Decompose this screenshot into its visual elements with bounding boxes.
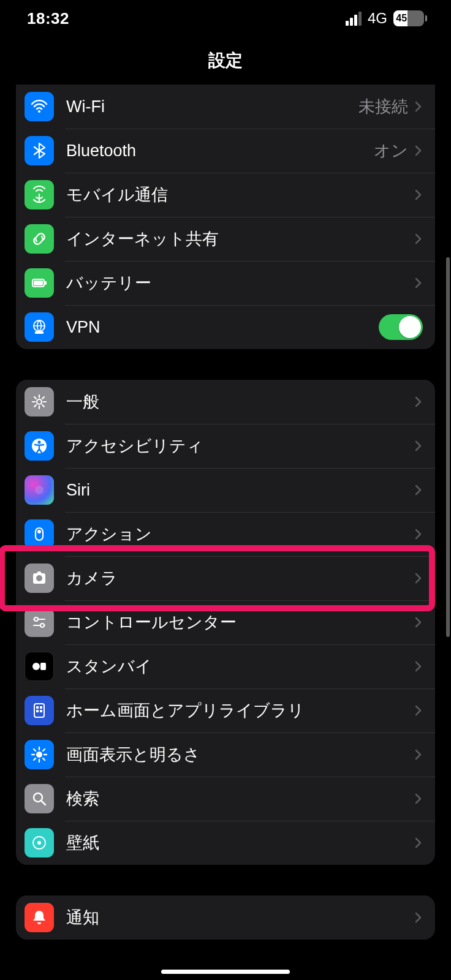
settings-row-wifi[interactable]: Wi-Fi未接続 — [16, 85, 435, 129]
settings-row-control-center[interactable]: コントロールセンター — [16, 600, 435, 644]
settings-row-accessibility[interactable]: アクセシビリティ — [16, 424, 435, 468]
chevron-right-icon — [414, 233, 423, 245]
settings-row-battery[interactable]: バッテリー — [16, 261, 435, 305]
settings-row-home-screen[interactable]: ホーム画面とアプリライブラリ — [16, 688, 435, 733]
globe-icon — [25, 312, 54, 342]
network-type: 4G — [368, 10, 387, 27]
chevron-right-icon — [414, 440, 423, 452]
battery-percent: 45 — [393, 13, 407, 24]
settings-row-camera[interactable]: カメラ — [16, 556, 435, 600]
row-label: スタンバイ — [66, 655, 414, 677]
action-icon — [25, 519, 54, 549]
home-icon — [25, 696, 54, 725]
row-label: コントロールセンター — [66, 611, 414, 633]
bell-icon — [25, 903, 54, 932]
chevron-right-icon — [414, 837, 423, 849]
row-label: 画面表示と明るさ — [66, 744, 414, 766]
standby-icon — [25, 652, 54, 681]
row-label: 検索 — [66, 788, 414, 810]
settings-section-connectivity: Wi-Fi未接続Bluetoothオンモバイル通信インターネット共有バッテリーV… — [16, 85, 435, 349]
antenna-icon — [25, 180, 54, 209]
settings-row-cellular[interactable]: モバイル通信 — [16, 173, 435, 217]
page-title: 設定 — [0, 37, 451, 89]
chevron-right-icon — [414, 145, 423, 157]
settings-row-notifications[interactable]: 通知 — [16, 895, 435, 940]
chevron-right-icon — [414, 528, 423, 540]
row-label: Wi-Fi — [66, 97, 358, 116]
camera-icon — [25, 564, 54, 593]
row-label: 壁紙 — [66, 832, 414, 854]
status-time: 18:32 — [27, 9, 69, 28]
brightness-icon — [25, 740, 54, 769]
accessibility-icon — [25, 431, 54, 461]
row-label: Siri — [66, 481, 414, 500]
siri-icon — [25, 475, 54, 505]
scroll-indicator[interactable] — [446, 257, 450, 637]
search-icon — [25, 784, 54, 813]
chevron-right-icon — [414, 484, 423, 496]
row-label: アクセシビリティ — [66, 435, 414, 457]
settings-row-bluetooth[interactable]: Bluetoothオン — [16, 129, 435, 173]
settings-section-system: 一般アクセシビリティSiriアクションカメラコントロールセンタースタンバイホーム… — [16, 380, 435, 865]
battery-icon: 45 — [393, 10, 424, 26]
row-label: アクション — [66, 523, 414, 545]
settings-row-display[interactable]: 画面表示と明るさ — [16, 733, 435, 777]
signal-icon — [346, 12, 362, 26]
chevron-right-icon — [414, 396, 423, 408]
settings-list[interactable]: Wi-Fi未接続Bluetoothオンモバイル通信インターネット共有バッテリーV… — [0, 85, 451, 940]
chevron-right-icon — [414, 748, 423, 761]
status-bar: 18:32 4G 45 — [0, 0, 451, 37]
wifi-icon — [25, 92, 54, 121]
battery-icon — [25, 268, 54, 298]
settings-section-notifications: 通知 — [16, 895, 435, 940]
settings-row-general[interactable]: 一般 — [16, 380, 435, 424]
settings-row-hotspot[interactable]: インターネット共有 — [16, 217, 435, 261]
chevron-right-icon — [414, 572, 423, 584]
chevron-right-icon — [414, 911, 423, 924]
settings-row-siri[interactable]: Siri — [16, 468, 435, 512]
link-icon — [25, 224, 54, 254]
settings-row-standby[interactable]: スタンバイ — [16, 644, 435, 688]
chevron-right-icon — [414, 616, 423, 628]
row-label: 一般 — [66, 391, 414, 413]
chevron-right-icon — [414, 793, 423, 805]
row-label: モバイル通信 — [66, 184, 414, 206]
row-label: カメラ — [66, 567, 414, 589]
chevron-right-icon — [414, 277, 423, 289]
home-indicator[interactable] — [161, 970, 290, 974]
row-label: VPN — [66, 318, 379, 337]
row-value: 未接続 — [358, 96, 408, 118]
chevron-right-icon — [414, 189, 423, 201]
wallpaper-icon — [25, 828, 54, 858]
row-label: バッテリー — [66, 272, 414, 294]
row-label: インターネット共有 — [66, 228, 414, 250]
toggle-switch[interactable] — [379, 314, 423, 340]
bluetooth-icon — [25, 136, 54, 165]
settings-row-action-button[interactable]: アクション — [16, 512, 435, 556]
settings-row-search[interactable]: 検索 — [16, 777, 435, 821]
settings-row-vpn[interactable]: VPN — [16, 305, 435, 349]
gear-icon — [25, 387, 54, 417]
row-label: Bluetooth — [66, 141, 374, 160]
row-value: オン — [374, 140, 408, 162]
chevron-right-icon — [414, 660, 423, 673]
chevron-right-icon — [414, 704, 423, 717]
controls-icon — [25, 608, 54, 637]
row-label: 通知 — [66, 907, 414, 929]
status-indicators: 4G 45 — [346, 10, 424, 27]
settings-row-wallpaper[interactable]: 壁紙 — [16, 821, 435, 865]
row-label: ホーム画面とアプリライブラリ — [66, 699, 414, 722]
chevron-right-icon — [414, 100, 423, 113]
